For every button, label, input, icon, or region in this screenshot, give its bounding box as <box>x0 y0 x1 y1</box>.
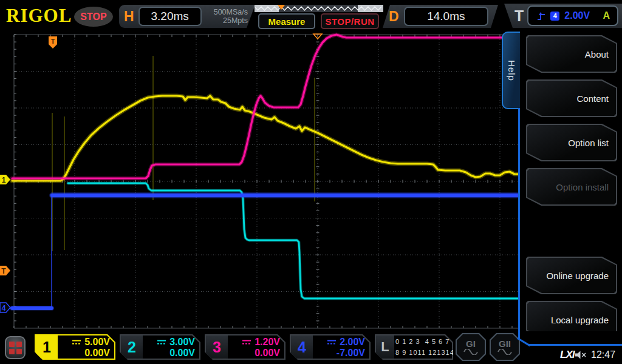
channel3-box[interactable]: 3 1.20V 0.00V <box>205 334 285 360</box>
svg-text:T: T <box>51 38 55 45</box>
sine-wave-icon <box>497 349 512 355</box>
about-button[interactable]: About <box>526 35 617 73</box>
stop-run-button[interactable]: STOP/RUN <box>321 13 379 29</box>
option-list-button[interactable]: Option list <box>526 124 617 161</box>
sine-wave-icon <box>463 349 478 355</box>
trigger-slope-icon <box>537 12 545 21</box>
help-menu-panel: About Content Option list Option install… <box>520 28 622 346</box>
rigol-logo: RIGOL <box>6 5 72 27</box>
lxi-badge: LXI <box>560 349 574 361</box>
channel4-box[interactable]: 4 2.00V -7.00V <box>290 334 371 360</box>
svg-text:T: T <box>1 267 6 275</box>
menu-item-label: Option list <box>568 124 609 161</box>
d-badge: D <box>389 8 399 25</box>
oscilloscope-screen: { "header": { "logo": "RIGOL", "acq_stat… <box>0 0 622 364</box>
dc-coupling-icon <box>242 339 251 345</box>
clock: 12:47 <box>591 349 615 360</box>
logic-channels: 0 1 2 3 4 5 6 7 8 9 1011 12131415 <box>395 336 449 358</box>
h-badge: H <box>124 8 134 25</box>
header-bar: RIGOL STOP H 3.20ms 500MSa/s 25Mpts Meas… <box>0 0 622 32</box>
logic-row2: 8 9 1011 12131415 <box>395 349 463 356</box>
trigger-mode-badge: A <box>603 10 612 21</box>
channel-number: 2 <box>121 335 143 359</box>
trace-ch1 <box>12 96 519 181</box>
dc-coupling-icon <box>157 339 166 345</box>
t-badge: T <box>514 7 524 25</box>
logic-box[interactable]: L 0 1 2 3 4 5 6 7 8 9 1011 12131415 <box>375 334 453 360</box>
menu-item-label: Online upgrade <box>546 257 609 294</box>
sample-rate: 500MSa/s <box>214 8 248 16</box>
grid-icon <box>9 342 22 354</box>
help-tab[interactable]: Help <box>502 32 520 109</box>
channel-number: 4 <box>291 335 313 359</box>
waveform-overview-bar[interactable] <box>255 4 383 13</box>
channel-scale: 1.20V <box>255 337 280 348</box>
gen2-label: GII <box>499 339 511 349</box>
menu-border-line <box>528 344 622 346</box>
channel-offset: 0.00V <box>255 348 280 359</box>
gen1-button[interactable]: GI <box>456 333 486 361</box>
delay-value[interactable]: 14.0ms <box>404 7 488 26</box>
channel2-box[interactable]: 2 3.00V 0.00V <box>120 334 200 360</box>
channel-scale: 2.00V <box>340 337 365 348</box>
channel-scale: 5.00V <box>84 337 110 348</box>
channel-scale: 3.00V <box>169 337 195 348</box>
memory-depth: 25Mpts <box>214 16 248 25</box>
bottom-bar: 1 5.00V 0.00V 2 3.00V 0.00V <box>0 331 622 364</box>
help-tab-label: Help <box>507 60 517 81</box>
trace-ch3 <box>12 35 519 178</box>
horizontal-group[interactable]: H 3.20ms 500MSa/s 25Mpts <box>119 5 255 28</box>
logic-label: L <box>376 335 394 359</box>
acq-status-badge: STOP <box>74 7 113 27</box>
measure-button[interactable]: Measure <box>258 13 315 29</box>
acquisition-rates: 500MSa/s 25Mpts <box>214 8 248 25</box>
logic-row1: 0 1 2 3 4 5 6 7 <box>395 338 449 345</box>
trigger-source-chip: 4 <box>550 12 559 21</box>
menu-item-label: About <box>585 35 609 73</box>
menu-item-label: Option install <box>556 168 609 206</box>
gen2-button[interactable]: GII <box>490 333 520 361</box>
content-button[interactable]: Content <box>526 79 617 117</box>
dc-coupling-icon <box>327 339 337 345</box>
navigation-menu-button[interactable] <box>5 336 26 359</box>
channel1-box[interactable]: 1 5.00V 0.00V <box>35 334 115 360</box>
channel-offset: -7.00V <box>337 348 365 359</box>
trigger-settings-box[interactable]: 4 2.00V A <box>527 5 618 26</box>
channel-offset: 0.00V <box>169 348 195 359</box>
online-upgrade-button[interactable]: Online upgrade <box>526 257 617 294</box>
sound-muted-icon <box>575 350 587 360</box>
channel-offset: 0.00V <box>84 348 110 359</box>
gen1-label: GI <box>466 339 476 349</box>
trigger-level-value: 2.00V <box>564 10 590 21</box>
channel-number: 1 <box>36 335 58 359</box>
delay-group[interactable]: D 14.0ms <box>383 5 498 28</box>
dc-coupling-icon <box>72 339 81 345</box>
svg-text:1: 1 <box>2 176 6 184</box>
menu-border-line <box>518 108 520 339</box>
svg-text:4: 4 <box>2 304 6 312</box>
trigger-group[interactable]: T 4 2.00V A <box>504 4 622 28</box>
menu-item-label: Content <box>576 79 609 117</box>
channel-number: 3 <box>206 335 228 359</box>
option-install-button[interactable]: Option install <box>526 168 617 206</box>
timebase-value[interactable]: 3.20ms <box>138 7 202 26</box>
